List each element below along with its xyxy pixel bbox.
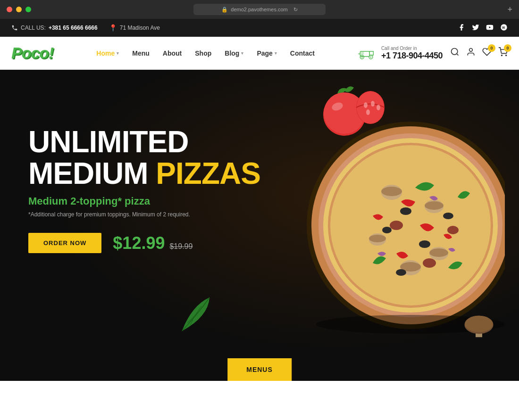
account-icon[interactable] bbox=[466, 47, 476, 59]
hero-title-line2: MEDIUM PIZZAS bbox=[28, 158, 260, 189]
address-info: 📍 71 Madison Ave bbox=[109, 24, 160, 32]
youtube-icon[interactable] bbox=[486, 24, 494, 33]
delivery-icon bbox=[358, 44, 377, 63]
hero-content: UNLIMITED MEDIUM PIZZAS Medium 2-topping… bbox=[28, 126, 260, 253]
call-us-label: CALL US: bbox=[21, 25, 46, 31]
close-button[interactable] bbox=[7, 7, 12, 12]
svg-point-43 bbox=[364, 102, 368, 108]
browser-chrome: 🔒 demo2.pavothemes.com ↻ + bbox=[0, 0, 519, 19]
svg-rect-4 bbox=[361, 52, 364, 54]
svg-point-11 bbox=[502, 55, 502, 56]
hero-cta: ORDER NOW $12.99 $19.99 bbox=[28, 233, 260, 253]
phone-number: +381 65 6666 6666 bbox=[49, 25, 98, 31]
social-links: W bbox=[458, 24, 508, 33]
svg-point-9 bbox=[452, 49, 458, 55]
svg-point-30 bbox=[419, 240, 430, 248]
price-area: $12.99 $19.99 bbox=[113, 233, 193, 253]
home-chevron: ▾ bbox=[117, 51, 119, 56]
hero-section: UNLIMITED MEDIUM PIZZAS Medium 2-topping… bbox=[0, 70, 519, 381]
wishlist-icon[interactable]: 0 bbox=[482, 47, 492, 59]
menus-button[interactable]: MENUS bbox=[227, 358, 292, 381]
top-bar-left: CALL US: +381 65 6666 6666 📍 71 Madison … bbox=[11, 24, 160, 32]
lock-icon: 🔒 bbox=[221, 7, 228, 13]
mushroom-decoration bbox=[462, 308, 495, 343]
svg-point-8 bbox=[370, 56, 372, 58]
reload-icon[interactable]: ↻ bbox=[293, 7, 298, 13]
svg-point-36 bbox=[447, 226, 459, 234]
svg-point-34 bbox=[390, 221, 403, 230]
wishlist-badge: 0 bbox=[488, 44, 495, 52]
facebook-icon[interactable] bbox=[458, 24, 465, 33]
cart-icon[interactable]: 0 bbox=[498, 47, 508, 59]
svg-point-44 bbox=[371, 101, 375, 107]
nav-blog[interactable]: Blog ▾ bbox=[219, 46, 249, 61]
svg-point-10 bbox=[469, 49, 473, 52]
phone-icon bbox=[11, 25, 18, 31]
svg-point-33 bbox=[396, 269, 406, 276]
nav-home[interactable]: Home ▾ bbox=[91, 46, 125, 61]
search-icon[interactable] bbox=[450, 47, 460, 59]
hero-subtitle: Medium 2-topping* pizza bbox=[28, 195, 260, 207]
svg-text:W: W bbox=[502, 25, 505, 29]
svg-point-22 bbox=[425, 201, 444, 210]
call-number: +1 718-904-4450 bbox=[381, 51, 443, 61]
maximize-button[interactable] bbox=[25, 7, 31, 12]
page-chevron: ▾ bbox=[275, 51, 277, 56]
svg-point-20 bbox=[381, 187, 402, 196]
top-bar: CALL US: +381 65 6666 6666 📍 71 Madison … bbox=[0, 19, 519, 37]
minimize-button[interactable] bbox=[16, 7, 22, 12]
nav-menu[interactable]: Menu bbox=[126, 46, 155, 61]
nav-about[interactable]: About bbox=[157, 46, 187, 61]
nav-shop[interactable]: Shop bbox=[189, 46, 217, 61]
phone-info: CALL US: +381 65 6666 6666 bbox=[11, 25, 98, 31]
wordpress-icon[interactable]: W bbox=[500, 24, 508, 33]
url-text: demo2.pavothemes.com bbox=[231, 7, 287, 12]
svg-point-32 bbox=[443, 213, 453, 219]
call-label: Call and Order in bbox=[381, 46, 443, 51]
nav-page[interactable]: Page ▾ bbox=[251, 46, 282, 61]
call-text-block: Call and Order in +1 718-904-4450 bbox=[381, 46, 443, 61]
svg-point-18 bbox=[330, 145, 491, 305]
new-tab-button[interactable]: + bbox=[507, 5, 512, 15]
call-info: Call and Order in +1 718-904-4450 bbox=[358, 44, 443, 63]
nav-contact[interactable]: Contact bbox=[285, 46, 320, 61]
svg-point-46 bbox=[366, 109, 370, 115]
svg-point-24 bbox=[369, 235, 386, 242]
old-price: $19.99 bbox=[169, 242, 193, 251]
address-text: 71 Madison Ave bbox=[120, 25, 160, 31]
address-bar[interactable]: 🔒 demo2.pavothemes.com ↻ bbox=[193, 4, 326, 15]
nav-icons: 0 0 bbox=[450, 47, 508, 59]
svg-point-35 bbox=[423, 258, 436, 268]
nav-right: Call and Order in +1 718-904-4450 0 0 bbox=[358, 44, 508, 63]
main-nav: Home ▾ Menu About Shop Blog ▾ Page ▾ Con… bbox=[91, 46, 320, 61]
svg-point-49 bbox=[465, 316, 493, 332]
cart-badge: 0 bbox=[504, 44, 511, 52]
blog-chevron: ▾ bbox=[241, 51, 243, 56]
tomato-decoration bbox=[302, 79, 387, 142]
hero-title: UNLIMITED MEDIUM PIZZAS bbox=[28, 126, 260, 189]
nav-bar: Poco! Home ▾ Menu About Shop Blog ▾ Page bbox=[0, 37, 519, 70]
hero-title-line1: UNLIMITED bbox=[28, 126, 260, 158]
svg-point-29 bbox=[400, 207, 411, 215]
current-price: $12.99 bbox=[113, 233, 165, 253]
menus-btn-container: MENUS bbox=[227, 358, 292, 381]
svg-point-12 bbox=[506, 55, 507, 56]
hero-disclaimer: *Additional charge for premium toppings.… bbox=[28, 211, 208, 218]
twitter-icon[interactable] bbox=[472, 24, 479, 33]
svg-point-26 bbox=[429, 248, 448, 257]
svg-point-45 bbox=[377, 105, 380, 110]
svg-point-31 bbox=[382, 227, 392, 233]
logo[interactable]: Poco! bbox=[11, 44, 53, 62]
order-now-button[interactable]: ORDER NOW bbox=[28, 233, 101, 253]
